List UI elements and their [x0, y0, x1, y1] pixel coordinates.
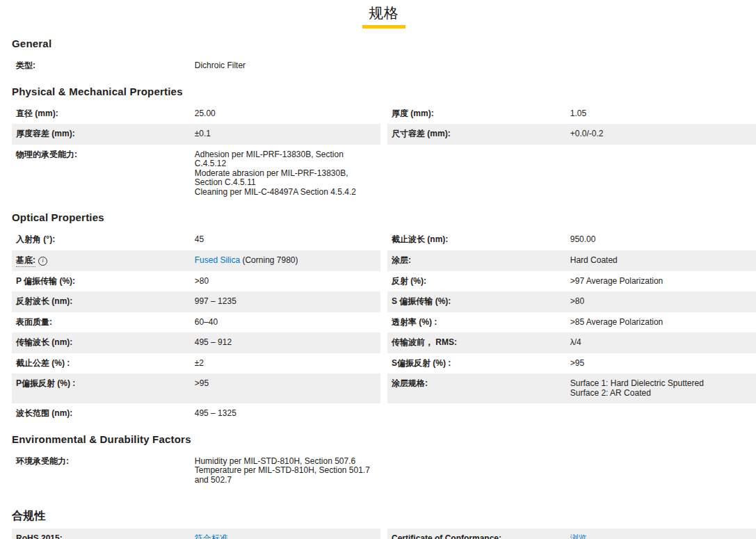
- spec-row: 入射角 (°):45截止波长 (nm):950.00: [12, 230, 756, 250]
- value-text: >80: [195, 276, 209, 286]
- spec-cell: RoHS 2015:符合标准: [12, 529, 380, 539]
- spec-value: ±0.1: [195, 129, 380, 139]
- value-text: >95: [570, 358, 584, 368]
- spec-value: Adhesion per MIL-PRF-13830B, Section C.4…: [195, 150, 380, 198]
- spec-cell: 厚度 (mm):1.05: [387, 104, 756, 124]
- spec-cell: 环境承受能力:Humidity per MIL-STD-810H, Sectio…: [12, 451, 380, 491]
- spec-label: 反射 (%):: [392, 277, 570, 287]
- spec-cell: 截止公差 (%) :±2: [12, 353, 380, 374]
- spec-row: P 偏振传输 (%):>80反射 (%):>97 Average Polariz…: [12, 271, 756, 292]
- spec-label-text: Certificate of Conformance:: [392, 533, 501, 539]
- spec-value: λ/4: [570, 338, 756, 348]
- section-compliance: 合规性RoHS 2015:符合标准Certificate of Conforma…: [12, 509, 756, 539]
- value-text: >97 Average Polarization: [570, 276, 663, 286]
- value-text: Hard Coated: [570, 255, 618, 265]
- spec-label: 尺寸容差 (mm):: [392, 129, 570, 139]
- spec-value-line: Surface 2: AR Coated: [570, 389, 752, 399]
- spec-value: Hard Coated: [570, 256, 756, 266]
- spec-cell: 波长范围 (nm):495 – 1325: [12, 403, 380, 424]
- spec-row: 截止公差 (%) :±2S偏振反射 (%) :>95: [12, 353, 756, 374]
- page-title-wrap: 规格: [12, 3, 756, 29]
- spec-label-text: RoHS 2015:: [16, 533, 63, 539]
- spec-row: 基底:iFused Silica (Corning 7980)涂层:Hard C…: [12, 250, 756, 271]
- spec-label-text: 反射波长 (nm):: [16, 296, 72, 306]
- spec-label: 截止公差 (%) :: [16, 359, 195, 369]
- spec-label-text: 表面质量:: [16, 317, 52, 327]
- spec-cell: 直径 (mm):25.00: [12, 104, 380, 124]
- spec-value: 浏览: [570, 534, 756, 539]
- spec-row: 反射波长 (nm):997 – 1235S 偏振传输 (%):>80: [12, 291, 756, 312]
- spec-cell: 入射角 (°):45: [12, 230, 380, 250]
- value-text: +0.0/-0.2: [570, 129, 604, 138]
- spec-label-text: 入射角 (°):: [16, 234, 55, 244]
- spec-cell: 类型:Dichroic Filter: [12, 56, 380, 77]
- spec-cell-empty: [387, 451, 756, 491]
- value-text: 25.00: [195, 108, 216, 118]
- section-physical-mechanical: Physical & Mechanical Properties直径 (mm):…: [12, 86, 756, 203]
- value-text: λ/4: [570, 337, 581, 347]
- spec-cell: 透射率 (%) :>85 Average Polarization: [387, 312, 756, 333]
- spec-cell: 涂层:Hard Coated: [387, 250, 756, 271]
- spec-row: 表面质量:60–40透射率 (%) :>85 Average Polarizat…: [12, 312, 756, 333]
- spec-cell: Certificate of Conformance:浏览: [387, 529, 756, 539]
- spec-row: 类型:Dichroic Filter: [12, 56, 756, 77]
- spec-value: Dichroic Filter: [195, 61, 380, 71]
- spec-cell-empty: [387, 403, 756, 424]
- spec-sections: General类型:Dichroic FilterPhysical & Mech…: [12, 38, 756, 539]
- page-title: 规格: [369, 3, 399, 23]
- spec-label-text[interactable]: 基底:: [16, 255, 35, 267]
- spec-cell-empty: [387, 145, 756, 203]
- spec-cell: P 偏振传输 (%):>80: [12, 271, 380, 292]
- value-link[interactable]: 符合标准: [195, 533, 228, 539]
- spec-label-text: 类型:: [16, 61, 35, 70]
- spec-cell: 传输波前， RMS:λ/4: [387, 332, 756, 353]
- spec-label-text: P 偏振传输 (%):: [16, 276, 75, 286]
- spec-label: 反射波长 (nm):: [16, 297, 195, 307]
- spec-label-text: 传输波前， RMS:: [392, 337, 457, 347]
- spec-row: 厚度容差 (mm):±0.1尺寸容差 (mm):+0.0/-0.2: [12, 124, 756, 145]
- value-link[interactable]: 浏览: [570, 533, 587, 539]
- section-optical: Optical Properties入射角 (°):45截止波长 (nm):95…: [12, 211, 756, 424]
- spec-value-line: Moderate abrasion per MIL-PRF-13830B, Se…: [195, 169, 376, 188]
- section-title-compliance: 合规性: [12, 509, 756, 524]
- spec-label: 涂层规格:: [392, 379, 570, 389]
- spec-row: RoHS 2015:符合标准Certificate of Conformance…: [12, 529, 756, 539]
- spec-label-text: 环境承受能力:: [16, 456, 69, 466]
- spec-label: 基底:i: [16, 256, 195, 266]
- spec-value: 997 – 1235: [195, 297, 380, 307]
- value-text: 495 – 1325: [195, 408, 236, 418]
- spec-label: P 偏振传输 (%):: [16, 277, 195, 287]
- value-text: (Corning 7980): [240, 255, 298, 265]
- spec-value: 495 – 1325: [195, 409, 380, 419]
- spec-value: 60–40: [195, 318, 380, 328]
- value-text: 997 – 1235: [195, 296, 236, 306]
- spec-cell: 反射 (%):>97 Average Polarization: [387, 271, 756, 292]
- spec-cell: S偏振反射 (%) :>95: [387, 353, 756, 374]
- spec-value-line: Cleaning per MIL-C-48497A Section 4.5.4.…: [195, 188, 376, 198]
- value-text: 950.00: [570, 234, 596, 244]
- spec-label: 截止波长 (nm):: [392, 235, 570, 245]
- spec-cell: 反射波长 (nm):997 – 1235: [12, 291, 380, 312]
- spec-label: S偏振反射 (%) :: [392, 359, 570, 369]
- spec-label: S 偏振传输 (%):: [392, 297, 570, 307]
- spec-value-line: Adhesion per MIL-PRF-13830B, Section C.4…: [195, 150, 376, 169]
- spec-label-text: 反射 (%):: [392, 276, 426, 286]
- info-icon[interactable]: i: [38, 257, 47, 266]
- value-link[interactable]: Fused Silica: [195, 255, 240, 265]
- value-text: 1.05: [570, 108, 586, 118]
- spec-cell: 物理的承受能力:Adhesion per MIL-PRF-13830B, Sec…: [12, 145, 380, 203]
- spec-value: 495 – 912: [195, 338, 380, 348]
- title-underline-accent: [362, 25, 405, 29]
- spec-label-text: 截止公差 (%) :: [16, 358, 70, 368]
- spec-label-text: 透射率 (%) :: [392, 317, 437, 327]
- spec-value: Fused Silica (Corning 7980): [195, 256, 380, 266]
- spec-cell: 截止波长 (nm):950.00: [387, 230, 756, 250]
- spec-label-text: S偏振反射 (%) :: [392, 358, 451, 368]
- spec-label: 波长范围 (nm):: [16, 409, 195, 419]
- spec-value: Surface 1: Hard Dielectric SputteredSurf…: [570, 379, 756, 398]
- spec-value: Humidity per MIL-STD-810H, Section 507.6…: [195, 457, 380, 485]
- spec-cell: 传输波长 (nm):495 – 912: [12, 332, 380, 353]
- spec-label-text: 截止波长 (nm):: [392, 234, 448, 244]
- value-text: 60–40: [195, 317, 218, 327]
- spec-value: >85 Average Polarization: [570, 318, 756, 328]
